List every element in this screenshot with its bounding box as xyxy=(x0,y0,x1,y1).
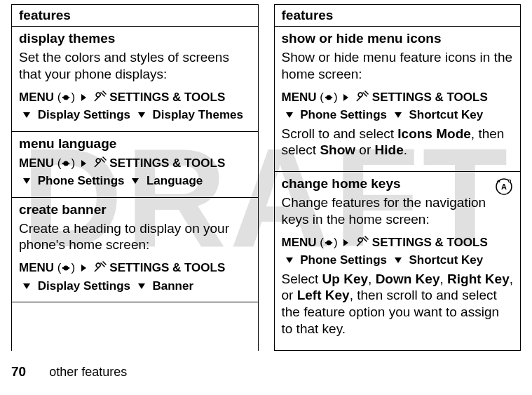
tools-icon xyxy=(93,91,107,103)
bold-text: Hide xyxy=(375,142,404,157)
menu-label: MENU xyxy=(19,91,54,104)
path-item: Shortcut Key xyxy=(409,108,483,121)
path-item: Display Themes xyxy=(152,108,243,121)
left-column: features display themes Set the colors a… xyxy=(11,4,259,351)
text: or xyxy=(355,142,374,157)
menu-path: MENU () SETTINGS & TOOLS Phone Settings … xyxy=(19,154,251,190)
path-tool: SETTINGS & TOOLS xyxy=(109,261,225,274)
bold-text: Left Key xyxy=(297,288,350,302)
arrow-down-icon xyxy=(138,283,145,289)
bold-text: Icons Mode xyxy=(397,126,471,141)
svg-point-11 xyxy=(326,95,331,100)
path-tool: SETTINGS & TOOLS xyxy=(109,91,225,104)
arrow-right-icon xyxy=(343,239,348,246)
text: , xyxy=(439,272,447,286)
section-title: show or hide menu icons xyxy=(282,31,514,46)
left-header: features xyxy=(12,5,258,27)
page-footer: 70 other features xyxy=(11,364,127,380)
content-columns: features display themes Set the colors a… xyxy=(0,0,532,351)
svg-point-5 xyxy=(64,161,69,166)
section-display-themes: display themes Set the colors and styles… xyxy=(12,27,258,132)
menu-path: MENU () SETTINGS & TOOLS Phone Settings … xyxy=(282,88,514,124)
section-body: Show or hide menu feature icons in the h… xyxy=(282,49,514,83)
feature-badge-icon: A xyxy=(495,178,513,196)
menu-label: MENU xyxy=(282,91,317,104)
menu-label: MENU xyxy=(19,261,54,274)
arrow-right-icon xyxy=(81,265,86,272)
svg-text:A: A xyxy=(501,182,507,191)
bold-text: Down Key xyxy=(376,272,440,286)
path-item: Phone Settings xyxy=(300,253,387,267)
arrow-down-icon xyxy=(138,112,145,118)
path-item: Shortcut Key xyxy=(409,253,483,267)
text: , xyxy=(368,272,376,286)
path-item: Display Settings xyxy=(38,279,130,293)
bold-text: Up Key xyxy=(322,272,368,286)
menu-path: MENU () SETTINGS & TOOLS Phone Settings … xyxy=(282,234,514,269)
section-title: display themes xyxy=(19,31,251,46)
section-body: Set the colors and styles of screens tha… xyxy=(19,49,251,83)
arrow-down-icon xyxy=(286,257,293,263)
menu-label: MENU xyxy=(282,236,317,249)
center-key-icon xyxy=(61,263,71,273)
tools-icon xyxy=(355,236,369,248)
section-title: change home keys xyxy=(282,176,514,192)
bold-text: Right Key xyxy=(447,272,510,286)
center-key-icon xyxy=(61,159,71,168)
arrow-down-icon xyxy=(395,257,402,263)
path-item: Banner xyxy=(152,279,193,293)
section-title: menu language xyxy=(19,136,251,152)
section-menu-language: menu language MENU () SETTINGS & TOOLS P… xyxy=(12,132,258,198)
arrow-right-icon xyxy=(343,94,348,101)
path-tool: SETTINGS & TOOLS xyxy=(372,91,488,104)
arrow-down-icon xyxy=(23,112,30,118)
path-item: Phone Settings xyxy=(38,174,125,187)
tools-icon xyxy=(93,261,107,274)
path-item: Phone Settings xyxy=(300,108,387,121)
path-tool: SETTINGS & TOOLS xyxy=(372,236,488,249)
text: Select xyxy=(282,272,322,286)
arrow-right-icon xyxy=(81,160,86,167)
section-after: Select Up Key, Down Key, Right Key, or L… xyxy=(282,271,514,337)
section-title: create banner xyxy=(19,202,251,217)
path-item: Display Settings xyxy=(38,108,130,121)
center-key-icon xyxy=(61,93,71,102)
text: Scroll to and select xyxy=(282,126,398,141)
arrow-down-icon xyxy=(23,178,30,184)
arrow-right-icon xyxy=(81,94,86,101)
section-body: Create a heading to display on your phon… xyxy=(19,220,251,254)
page-number: 70 xyxy=(11,364,26,379)
section-show-hide-icons: show or hide menu icons Show or hide men… xyxy=(275,27,521,172)
section-create-banner: create banner Create a heading to displa… xyxy=(12,198,258,303)
footer-label: other features xyxy=(49,365,127,379)
svg-point-2 xyxy=(64,95,69,100)
section-body: Change features for the navigation keys … xyxy=(282,194,514,228)
arrow-down-icon xyxy=(395,112,402,118)
center-key-icon xyxy=(324,238,334,248)
section-after: Scroll to and select Icons Mode, then se… xyxy=(282,126,514,159)
center-key-icon xyxy=(324,93,334,102)
arrow-down-icon xyxy=(286,112,293,118)
menu-path: MENU () SETTINGS & TOOLS Display Setting… xyxy=(19,259,251,295)
arrow-down-icon xyxy=(23,283,30,289)
svg-point-8 xyxy=(64,265,69,270)
svg-point-19 xyxy=(326,240,331,245)
tools-icon xyxy=(93,156,107,169)
menu-label: MENU xyxy=(19,156,54,170)
arrow-down-icon xyxy=(132,178,139,184)
bold-text: Show xyxy=(320,142,355,157)
path-tool: SETTINGS & TOOLS xyxy=(109,156,225,170)
menu-path: MENU () SETTINGS & TOOLS Display Setting… xyxy=(19,88,251,124)
right-column: features show or hide menu icons Show or… xyxy=(274,4,521,351)
right-header: features xyxy=(275,5,521,27)
tools-icon xyxy=(355,91,369,103)
text: . xyxy=(404,142,407,157)
section-change-home-keys: A change home keys Change features for t… xyxy=(275,172,521,351)
path-item: Language xyxy=(146,174,203,187)
